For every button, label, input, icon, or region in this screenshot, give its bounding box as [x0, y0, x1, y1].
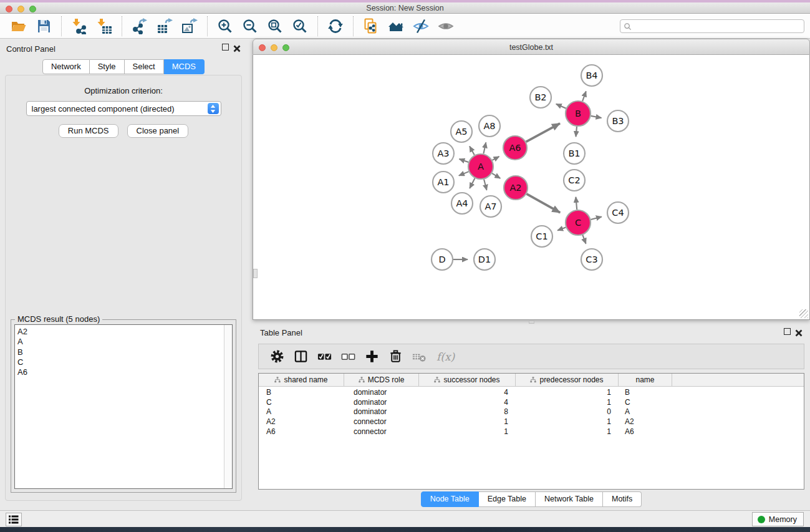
graph-edge-A-A7[interactable]: [484, 179, 486, 190]
canvas-splitter-handle[interactable]: [253, 269, 258, 278]
graph-edge-A-A2[interactable]: [492, 173, 500, 178]
graph-node-A8[interactable]: A8: [479, 115, 500, 137]
result-scrollbar[interactable]: [224, 325, 232, 488]
import-table-button[interactable]: [95, 17, 113, 36]
result-item-c[interactable]: C: [15, 357, 232, 367]
create-column-button[interactable]: [362, 347, 382, 366]
graph-node-D1[interactable]: D1: [474, 249, 495, 270]
table-settings-button[interactable]: [267, 347, 287, 366]
graph-edge-A-A3[interactable]: [460, 159, 469, 162]
graph-edge-B-B3[interactable]: [591, 116, 602, 118]
graph-edge-C-C2[interactable]: [576, 197, 577, 210]
open-session-button[interactable]: [9, 17, 28, 36]
graph-edge-B-B4[interactable]: [582, 91, 586, 101]
graph-node-A1[interactable]: A1: [433, 172, 454, 193]
graph-node-A7[interactable]: A7: [480, 196, 501, 217]
result-item-a[interactable]: A: [15, 337, 232, 347]
graph-node-C2[interactable]: C2: [564, 170, 585, 191]
graph-edge-B-B2[interactable]: [556, 104, 566, 109]
graph-node-C1[interactable]: C1: [531, 226, 552, 247]
graph-edge-A2-C[interactable]: [527, 194, 561, 213]
network-window-titlebar[interactable]: testGlobe.txt: [253, 39, 810, 55]
tab-node-table[interactable]: Node Table: [421, 491, 479, 507]
function-builder-button[interactable]: f(x): [433, 347, 458, 366]
result-item-a6[interactable]: A6: [15, 367, 232, 377]
graph-node-A3[interactable]: A3: [433, 143, 454, 164]
tab-mcds[interactable]: MCDS: [164, 59, 205, 74]
tab-select[interactable]: Select: [125, 59, 164, 74]
resize-grip[interactable]: [799, 309, 808, 318]
graph-edge-C-C3[interactable]: [582, 235, 586, 244]
close-panel-icon[interactable]: [233, 44, 241, 55]
graph-node-C4[interactable]: C4: [607, 202, 629, 223]
tab-edge-table[interactable]: Edge Table: [479, 491, 536, 507]
graph-edge-A-A4[interactable]: [470, 178, 475, 188]
graph-edge-A-A8[interactable]: [483, 142, 486, 153]
column-header-name[interactable]: name: [619, 374, 672, 386]
splitter-handle[interactable]: [529, 321, 534, 324]
tab-motifs[interactable]: Motifs: [603, 491, 642, 507]
table-row-b[interactable]: Bdominator41B: [259, 388, 804, 398]
close-panel-button[interactable]: Close panel: [127, 124, 189, 138]
float-panel-icon[interactable]: [784, 328, 791, 335]
network-canvas[interactable]: B4B2BB3A8A5A6B1A3AA1C2A2A4A7C4CC1C3DD1: [253, 55, 810, 320]
home-view-button[interactable]: [387, 17, 405, 36]
table-row-a[interactable]: Adominator80A: [259, 407, 804, 417]
graph-node-B3[interactable]: B3: [607, 110, 629, 132]
result-item-b[interactable]: B: [15, 347, 232, 357]
table-row-a2[interactable]: A2connector11A2: [259, 417, 804, 427]
zoom-in-button[interactable]: [216, 17, 234, 36]
graph-node-B1[interactable]: B1: [564, 143, 585, 164]
close-panel-icon[interactable]: [795, 328, 803, 339]
delete-table-button[interactable]: [409, 347, 429, 366]
run-mcds-button[interactable]: Run MCDS: [59, 124, 118, 138]
result-item-a2[interactable]: A2: [15, 325, 232, 337]
show-graphics-details-button[interactable]: [436, 17, 455, 36]
graph-node-D[interactable]: D: [432, 249, 453, 270]
column-header-shared-name[interactable]: shared name: [259, 374, 344, 386]
hide-graphics-details-button[interactable]: [412, 17, 430, 36]
delete-column-button[interactable]: [385, 347, 405, 366]
graph-edge-C-C4[interactable]: [591, 217, 601, 220]
graph-edge-A6-B[interactable]: [526, 123, 560, 142]
zoom-fit-button[interactable]: [266, 17, 284, 36]
save-session-button[interactable]: [34, 17, 53, 36]
graph-node-A[interactable]: A: [468, 154, 493, 179]
graph-edge-C-C1[interactable]: [557, 227, 566, 230]
graph-node-A6[interactable]: A6: [503, 136, 527, 160]
graph-node-B[interactable]: B: [566, 101, 591, 126]
float-panel-icon[interactable]: [222, 44, 229, 51]
graph-node-A2[interactable]: A2: [504, 176, 528, 200]
export-table-button[interactable]: [155, 17, 174, 36]
table-row-c[interactable]: Cdominator41C: [259, 398, 804, 408]
tab-network[interactable]: Network: [42, 59, 90, 74]
graph-node-A4[interactable]: A4: [451, 193, 473, 214]
show-panels-button[interactable]: [6, 513, 22, 526]
zoom-out-button[interactable]: [241, 17, 259, 36]
tab-network-table[interactable]: Network Table: [536, 491, 603, 507]
graph-node-B2[interactable]: B2: [530, 87, 551, 108]
duplicate-network-button[interactable]: [362, 17, 380, 36]
column-header-mcds-role[interactable]: MCDS role: [344, 374, 419, 386]
criterion-select[interactable]: largest connected component (directed): [26, 101, 221, 116]
graph-edge-A-A1[interactable]: [459, 172, 469, 176]
graph-edge-A-A5[interactable]: [470, 147, 475, 155]
memory-button[interactable]: Memory: [752, 512, 804, 526]
graph-node-C[interactable]: C: [566, 210, 591, 235]
search-input[interactable]: [632, 21, 804, 32]
tab-style[interactable]: Style: [90, 59, 125, 74]
export-image-button[interactable]: [180, 17, 199, 36]
import-network-button[interactable]: [70, 17, 89, 36]
graph-node-A5[interactable]: A5: [451, 121, 472, 142]
graph-node-C3[interactable]: C3: [581, 249, 602, 270]
search-field[interactable]: [620, 19, 804, 33]
refresh-button[interactable]: [326, 17, 345, 36]
hide-all-columns-button[interactable]: [338, 347, 358, 366]
column-header-predecessor-nodes[interactable]: predecessor nodes: [516, 374, 619, 386]
show-all-columns-button[interactable]: [314, 347, 334, 366]
split-columns-button[interactable]: [291, 347, 311, 366]
graph-node-B4[interactable]: B4: [581, 65, 602, 86]
export-network-button[interactable]: [130, 17, 149, 36]
table-row-a6[interactable]: A6connector11A6: [259, 427, 804, 437]
column-header-successor-nodes[interactable]: successor nodes: [419, 374, 516, 386]
